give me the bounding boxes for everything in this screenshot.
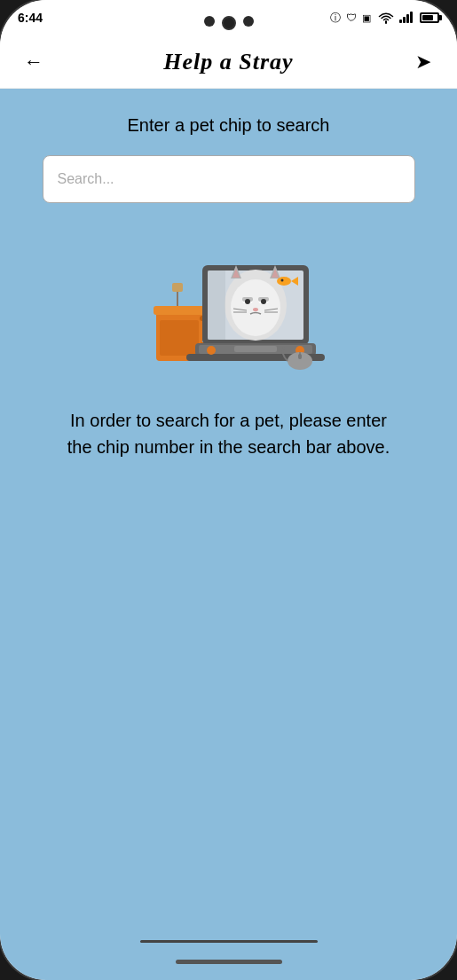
- svg-point-25: [277, 277, 291, 286]
- gesture-area: [140, 940, 318, 943]
- svg-point-17: [245, 299, 250, 304]
- shield-icon: 🛡: [346, 12, 357, 24]
- svg-rect-36: [298, 354, 302, 359]
- svg-rect-3: [172, 283, 183, 292]
- app-title: Help a Stray: [163, 49, 293, 75]
- status-time: 6:44: [18, 11, 43, 25]
- phone-frame: 6:44 ⓘ 🛡 ▣: [0, 0, 457, 980]
- svg-point-27: [280, 279, 283, 282]
- phone-screen: 6:44 ⓘ 🛡 ▣: [0, 0, 457, 980]
- battery-fill: [422, 15, 433, 20]
- phone-camera: [204, 16, 254, 30]
- svg-point-18: [261, 299, 266, 304]
- svg-rect-1: [154, 306, 205, 315]
- wifi-icon: [378, 12, 394, 24]
- send-button[interactable]: ➤: [407, 51, 439, 74]
- svg-point-32: [207, 346, 216, 355]
- camera-dot-left: [204, 16, 215, 27]
- laptop-illustration: [131, 239, 327, 380]
- svg-rect-24: [208, 270, 225, 340]
- status-icons: ⓘ 🛡 ▣: [330, 11, 439, 26]
- signal-icon: [399, 12, 413, 23]
- illustration-container: [131, 239, 327, 380]
- battery-icon: [420, 12, 439, 23]
- info-text: In order to search for a pet, please ent…: [60, 407, 398, 460]
- svg-rect-30: [234, 346, 277, 352]
- notification-icon: ⓘ: [330, 11, 341, 26]
- svg-rect-4: [160, 320, 199, 356]
- sim-icon: ▣: [362, 12, 371, 24]
- back-button[interactable]: ←: [18, 51, 50, 74]
- chip-search-input[interactable]: [43, 155, 415, 203]
- main-content: Enter a pet chip to search: [0, 89, 457, 980]
- svg-point-19: [253, 308, 258, 311]
- laptop-group: [186, 265, 325, 361]
- camera-dot-right: [243, 16, 254, 27]
- camera-lens: [222, 16, 236, 30]
- app-header: ← Help a Stray ➤: [0, 35, 457, 89]
- home-bar[interactable]: [176, 960, 282, 964]
- page-subtitle: Enter a pet chip to search: [128, 115, 330, 136]
- search-input-container: [43, 155, 415, 203]
